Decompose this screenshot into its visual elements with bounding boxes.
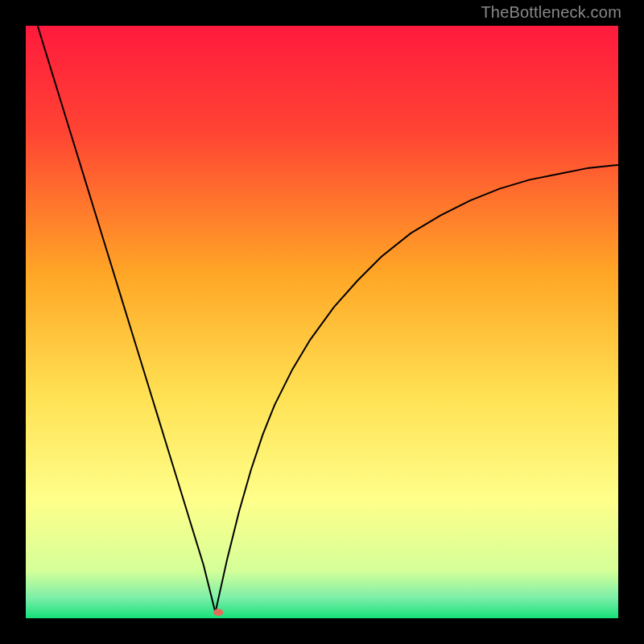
minimum-marker bbox=[213, 609, 223, 616]
chart-plot-area bbox=[26, 26, 618, 618]
chart-background bbox=[26, 26, 618, 618]
chart-svg bbox=[26, 26, 618, 618]
chart-frame: TheBottleneck.com bbox=[0, 0, 644, 644]
attribution-text: TheBottleneck.com bbox=[481, 3, 621, 22]
